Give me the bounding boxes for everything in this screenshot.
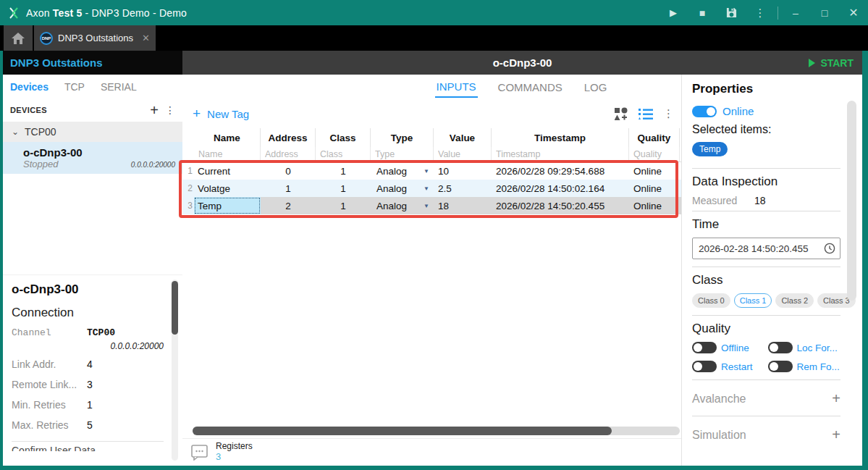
filter-type-input[interactable] <box>371 147 434 161</box>
device-endpoint: 0.0.0.0:20000 <box>131 161 175 169</box>
tree-group-tcp00[interactable]: ⌄ TCP00 <box>3 122 182 142</box>
tab-tcp[interactable]: TCP <box>64 81 85 93</box>
cell-value[interactable]: 10 <box>434 162 492 180</box>
cell-name-editing[interactable]: Temp <box>194 197 261 214</box>
col-quality[interactable]: Quality <box>629 128 680 147</box>
tab-devices[interactable]: Devices <box>10 81 49 93</box>
minimize-icon[interactable]: – <box>781 0 810 25</box>
save-icon[interactable] <box>717 0 746 25</box>
link-addr-label: Link Addr. <box>12 358 87 370</box>
class-2-chip[interactable]: Class 2 <box>775 293 814 308</box>
simulation-section: Simulation + <box>692 422 840 448</box>
quality-title: Quality <box>692 322 840 336</box>
cell-type-dropdown[interactable]: Analog▼ <box>371 180 434 197</box>
col-address[interactable]: Address <box>261 128 316 147</box>
home-button[interactable] <box>4 25 33 51</box>
properties-scrollbar-thumb[interactable] <box>847 101 856 301</box>
cell-value[interactable]: 18 <box>434 197 492 214</box>
cell-type-dropdown[interactable]: Analog▼ <box>371 162 434 180</box>
cell-type-dropdown[interactable]: Analog▼ <box>371 197 434 214</box>
properties-title: Properties <box>692 82 840 96</box>
device-item[interactable]: o-cDnp3-00 Stopped 0.0.0.0:20000 <box>3 142 182 174</box>
stop-icon[interactable]: ■ <box>688 0 717 25</box>
class-1-chip[interactable]: Class 1 <box>734 293 772 308</box>
chevron-down-icon: ⌄ <box>12 127 19 137</box>
run-icon[interactable]: ▶ <box>659 0 688 25</box>
cell-address[interactable]: 0 <box>261 162 316 180</box>
remote-link-label: Remote Link... <box>12 379 87 390</box>
quality-toggles: Offline Loc For... Restart Rem Fo... <box>692 342 840 372</box>
online-toggle[interactable] <box>692 106 717 117</box>
table-row-selected[interactable]: 3 Temp 2 1 Analog▼ 18 2026/02/28 14:50:2… <box>182 197 681 214</box>
start-label: START <box>820 57 854 69</box>
filter-class-input[interactable] <box>316 147 371 161</box>
tree-group-label: TCP00 <box>25 126 56 138</box>
home-icon <box>12 33 25 44</box>
tab-commands[interactable]: COMMANDS <box>497 77 564 97</box>
col-value[interactable]: Value <box>434 128 492 147</box>
table-kebab-icon[interactable]: ⋮ <box>663 107 674 120</box>
detail-divider <box>12 441 164 442</box>
quality-restart: Restart <box>692 361 765 372</box>
sidebar-title: DNP3 Outstations <box>3 51 182 75</box>
cell-name[interactable]: Current <box>194 162 261 180</box>
close-icon[interactable]: ✕ <box>839 0 868 25</box>
horizontal-scrollbar-thumb[interactable] <box>193 427 612 435</box>
new-tag-button[interactable]: + New Tag <box>193 106 249 122</box>
filter-value-input[interactable] <box>434 147 492 161</box>
menu-kebab-icon[interactable]: ⋮ <box>746 0 775 25</box>
online-toggle-row: Online <box>692 105 840 117</box>
data-inspection-title: Data Inspection <box>692 175 840 189</box>
tab-dnp3-outstations[interactable]: DNP DNP3 Outstations ✕ <box>34 25 156 51</box>
selected-item-chip[interactable]: Temp <box>692 142 728 156</box>
table-row[interactable]: 2 Volatge 1 1 Analog▼ 2.5 2026/02/28 14:… <box>182 180 681 197</box>
tab-serial[interactable]: SERIAL <box>101 81 137 93</box>
filter-address-input[interactable] <box>261 147 316 161</box>
col-timestamp[interactable]: Timestamp <box>492 128 629 147</box>
col-class[interactable]: Class <box>316 128 371 147</box>
dropdown-arrow-icon: ▼ <box>424 168 429 175</box>
insert-shapes-icon[interactable] <box>615 107 628 121</box>
filter-name-input[interactable] <box>194 147 261 161</box>
cell-class[interactable]: 1 <box>316 162 371 180</box>
cell-address[interactable]: 2 <box>261 197 316 214</box>
time-field <box>692 238 840 259</box>
simulation-add-icon[interactable]: + <box>832 427 840 443</box>
cell-class[interactable]: 1 <box>316 180 371 197</box>
rem-forced-toggle[interactable] <box>768 361 793 372</box>
start-button[interactable]: START <box>809 51 854 75</box>
measured-value: 18 <box>754 195 766 206</box>
time-input[interactable] <box>699 243 824 254</box>
offline-toggle[interactable] <box>692 342 717 353</box>
avalanche-add-icon[interactable]: + <box>832 390 840 407</box>
tab-close-icon[interactable]: ✕ <box>142 33 150 43</box>
cell-class[interactable]: 1 <box>316 197 371 214</box>
loc-forced-toggle[interactable] <box>768 342 793 353</box>
measured-label: Measured <box>692 195 754 206</box>
dropdown-arrow-icon: ▼ <box>424 185 429 192</box>
table-filter-row <box>182 147 681 162</box>
table-empty-space <box>182 214 681 427</box>
horizontal-scrollbar[interactable] <box>193 427 680 435</box>
list-view-icon[interactable] <box>639 108 653 120</box>
filter-timestamp-input[interactable] <box>492 147 629 161</box>
col-name[interactable]: Name <box>194 128 261 147</box>
maximize-icon[interactable]: □ <box>810 0 839 25</box>
clock-icon[interactable] <box>824 243 835 254</box>
min-retries-label: Min. Retries <box>12 399 87 411</box>
cell-address[interactable]: 1 <box>261 180 316 197</box>
restart-toggle[interactable] <box>692 361 717 372</box>
max-retries-label: Max. Retries <box>12 419 87 431</box>
col-type[interactable]: Type <box>371 128 434 147</box>
devices-kebab-icon[interactable]: ⋮ <box>164 104 177 116</box>
tab-inputs[interactable]: INPUTS <box>435 77 478 98</box>
detail-scrollbar-thumb[interactable] <box>172 281 178 335</box>
class-0-chip[interactable]: Class 0 <box>692 293 730 308</box>
cell-name[interactable]: Volatge <box>194 180 261 197</box>
tab-log[interactable]: LOG <box>583 77 609 97</box>
table-row[interactable]: 1 Current 0 1 Analog▼ 10 2026/02/28 09:2… <box>182 162 681 180</box>
cell-value[interactable]: 2.5 <box>434 180 492 197</box>
filter-quality-input[interactable] <box>629 147 680 161</box>
add-device-icon[interactable]: + <box>145 102 164 119</box>
table-toolbar: + New Tag ⋮ <box>182 99 681 128</box>
